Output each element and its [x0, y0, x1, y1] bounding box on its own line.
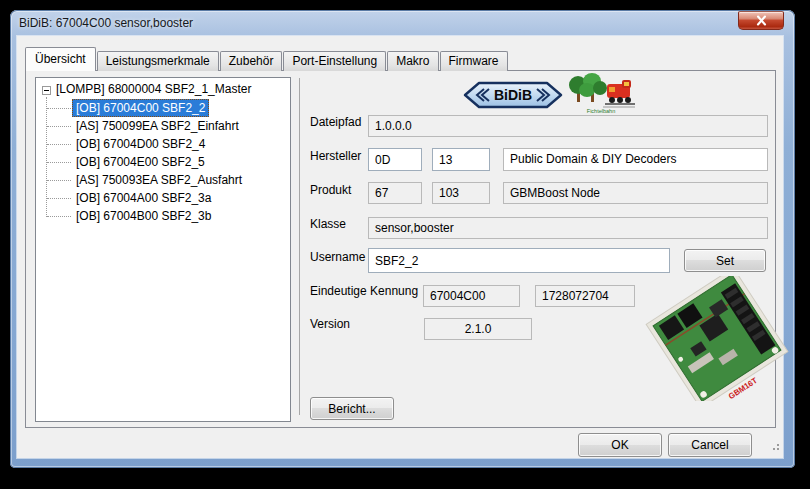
ok-button[interactable]: OK	[578, 433, 662, 457]
tree-item[interactable]: [OB] 67004B00 SBF2_3b	[72, 207, 215, 225]
hersteller-name-field: Public Domain & DIY Decoders	[503, 148, 768, 171]
tree-connector-stub	[47, 108, 71, 109]
kennung-hex-field: 67004C00	[423, 285, 520, 307]
screenshot-stage: BiDiB: 67004C00 sensor,booster Übersicht…	[0, 0, 810, 489]
hersteller-hex-input[interactable]	[368, 148, 422, 171]
tab-uebersicht[interactable]: Übersicht	[25, 47, 96, 71]
dialog-client-area: Übersicht Leistungsmerkmale Zubehör Port…	[17, 36, 783, 458]
close-button[interactable]	[738, 11, 784, 30]
tree-connector-line	[46, 97, 47, 217]
cancel-button[interactable]: Cancel	[668, 433, 752, 457]
tree-item[interactable]: [OB] 67004E00 SBF2_5	[72, 153, 209, 171]
node-tree[interactable]: [LOMPB] 68000004 SBF2_1_Master [OB] 6700…	[35, 77, 291, 422]
version-field: 2.1.0	[424, 318, 532, 340]
tree-connector-stub	[47, 144, 71, 145]
username-label: Username	[310, 249, 365, 265]
hersteller-dec-input[interactable]	[432, 148, 490, 171]
window-title: BiDiB: 67004C00 sensor,booster	[19, 16, 193, 30]
tree-item-selected[interactable]: [OB] 67004C00 SBF2_2	[72, 99, 209, 117]
produkt-dec-field: 103	[432, 182, 490, 204]
title-bar[interactable]: BiDiB: 67004C00 sensor,booster	[10, 10, 795, 36]
klasse-label: Klasse	[310, 216, 346, 232]
tab-firmware[interactable]: Firmware	[440, 51, 508, 71]
tree-item[interactable]: [AS] 750099EA SBF2_Einfahrt	[72, 117, 243, 135]
tree-item[interactable]: [AS] 750093EA SBF2_Ausfahrt	[72, 171, 246, 189]
bidib-logo: BiDiB	[463, 80, 563, 114]
bericht-button[interactable]: Bericht...	[310, 397, 394, 420]
fichtelbahn-logo: Fichtelbahn	[567, 72, 637, 120]
tree-connector-stub	[47, 216, 71, 217]
dialog-window: BiDiB: 67004C00 sensor,booster Übersicht…	[10, 10, 795, 468]
dateipfad-label: Dateipfad	[310, 114, 361, 130]
tree-connector-stub	[47, 162, 71, 163]
produkt-name-field: GBMBoost Node	[503, 182, 768, 204]
tree-collapse-icon[interactable]	[42, 86, 51, 95]
set-button[interactable]: Set	[684, 249, 766, 272]
tab-zubehoer[interactable]: Zubehör	[220, 51, 283, 71]
produkt-hex-field: 67	[368, 182, 422, 204]
fichtelbahn-logo-text: Fichtelbahn	[587, 108, 615, 114]
close-icon	[754, 14, 769, 27]
kennung-label: Eindeutige Kennung	[310, 283, 418, 299]
produkt-label: Produkt	[310, 182, 351, 198]
tree-connector-stub	[47, 126, 71, 127]
bidib-logo-text: BiDiB	[494, 87, 532, 103]
tree-item[interactable]: [OB] 67004D00 SBF2_4	[72, 135, 209, 153]
tab-makro[interactable]: Makro	[387, 51, 438, 71]
tree-item[interactable]: [OB] 67004A00 SBF2_3a	[72, 189, 215, 207]
tab-leistungsmerkmale[interactable]: Leistungsmerkmale	[97, 51, 219, 71]
version-label: Version	[310, 316, 350, 332]
hersteller-label: Hersteller	[310, 148, 361, 164]
panel-divider	[299, 78, 300, 415]
tree-connector-stub	[47, 198, 71, 199]
tree-connector-stub	[47, 180, 71, 181]
klasse-field: sensor,booster	[368, 217, 768, 239]
username-input[interactable]	[368, 248, 670, 273]
tree-item-master[interactable]: [LOMPB] 68000004 SBF2_1_Master	[56, 81, 251, 99]
tab-port-einstellung[interactable]: Port-Einstellung	[283, 51, 386, 71]
dateipfad-field: 1.0.0.0	[368, 115, 768, 137]
resize-grip[interactable]	[769, 437, 780, 455]
tab-strip: Übersicht Leistungsmerkmale Zubehör Port…	[25, 47, 509, 71]
kennung-dec-field: 1728072704	[535, 285, 635, 307]
pcb-image: GBM16T	[637, 276, 797, 405]
